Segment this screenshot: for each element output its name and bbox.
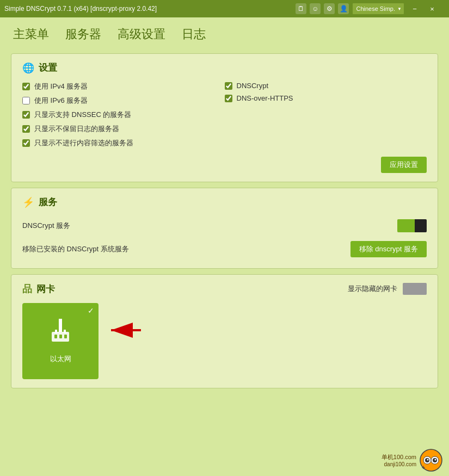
watermark-url: danji100.com — [384, 461, 416, 467]
language-dropdown[interactable]: Chinese Simp. — [352, 3, 404, 15]
dnscrypt-checkbox-row[interactable]: DNSCrypt — [225, 82, 427, 90]
dnssec-label: 只显示支持 DNSSEC 的服务器 — [34, 110, 131, 120]
nofilter-checkbox[interactable] — [22, 139, 30, 147]
dnssec-checkbox-row[interactable]: 只显示支持 DNSSEC 的服务器 — [22, 110, 225, 120]
svg-rect-1 — [59, 330, 62, 332]
titlebar-icons: 🗒 ☺ ⚙ 👤 Chinese Simp. − × — [296, 2, 439, 16]
close-button[interactable]: × — [425, 2, 439, 16]
user-icon[interactable]: 👤 — [338, 3, 349, 14]
settings-section-icon: 🌐 — [22, 62, 34, 74]
netcard-title: 网卡 — [36, 283, 55, 295]
nofilter-label: 只显示不进行内容筛选的服务器 — [34, 138, 133, 148]
doh-label: DNS-over-HTTPS — [237, 94, 293, 102]
svg-rect-7 — [64, 335, 67, 338]
service-header: ⚡ 服务 — [22, 196, 427, 208]
svg-point-15 — [427, 459, 429, 461]
ethernet-icon — [50, 319, 71, 350]
watermark-site: 单机100.com — [382, 453, 416, 461]
show-hidden-label: 显示隐藏的网卡 — [348, 284, 397, 294]
nolog-label: 只显示不保留日志的服务器 — [34, 124, 119, 134]
svg-rect-4 — [64, 330, 66, 333]
nav-item-logs[interactable]: 日志 — [182, 26, 206, 42]
svg-rect-6 — [59, 335, 62, 338]
nav-item-advanced[interactable]: 高级设置 — [118, 26, 165, 42]
dnssec-checkbox[interactable] — [22, 111, 30, 119]
nav-item-servers[interactable]: 服务器 — [65, 26, 101, 42]
service-section-icon: ⚡ — [22, 196, 34, 208]
main-content: 主菜单 服务器 高级设置 日志 🌐 设置 使用 IPv4 服务器 使用 IPv6… — [0, 17, 449, 476]
ipv4-checkbox[interactable] — [22, 83, 30, 90]
arrow-indicator — [103, 319, 141, 343]
watermark: 单机100.com danji100.com + — [382, 449, 442, 472]
toggle-on — [397, 219, 415, 232]
watermark-logo: + — [420, 449, 442, 472]
settings-header: 🌐 设置 — [22, 61, 427, 74]
nolog-checkbox-row[interactable]: 只显示不保留日志的服务器 — [22, 124, 225, 134]
netcard-card-wrapper: ✓ 以太网 — [22, 303, 99, 379]
svg-text:+: + — [422, 465, 425, 471]
settings-grid: 使用 IPv4 服务器 使用 IPv6 服务器 只显示支持 DNSSEC 的服务… — [22, 82, 427, 148]
apply-settings-button[interactable]: 应用设置 — [381, 157, 427, 173]
svg-point-16 — [435, 459, 436, 461]
settings-right: DNSCrypt DNS-over-HTTPS — [225, 82, 427, 148]
minimize-button[interactable]: − — [408, 2, 422, 16]
netcard-header-left: 品 网卡 — [22, 282, 55, 295]
service-section: ⚡ 服务 DNSCrypt 服务 移除已安装的 DNSCrypt 系统服务 移除… — [11, 188, 438, 269]
ipv6-label: 使用 IPv6 服务器 — [34, 96, 88, 106]
netcard-header-row: 品 网卡 显示隐藏的网卡 — [22, 282, 427, 295]
ipv4-checkbox-row[interactable]: 使用 IPv4 服务器 — [22, 82, 225, 91]
svg-rect-5 — [54, 335, 57, 338]
show-hidden-toggle[interactable] — [403, 283, 427, 295]
remove-service-label: 移除已安装的 DNSCrypt 系统服务 — [22, 244, 129, 254]
nolog-checkbox[interactable] — [22, 125, 30, 133]
ipv6-checkbox-row[interactable]: 使用 IPv6 服务器 — [22, 96, 225, 106]
check-mark-icon: ✓ — [88, 306, 94, 315]
doh-checkbox[interactable] — [225, 95, 232, 102]
ethernet-card[interactable]: ✓ 以太网 — [22, 303, 99, 379]
dnscrypt-checkbox[interactable] — [225, 82, 232, 90]
dnscrypt-label: DNSCrypt — [237, 82, 269, 90]
ipv4-label: 使用 IPv4 服务器 — [34, 82, 88, 91]
settings-icon[interactable]: ⚙ — [324, 3, 335, 14]
settings-left: 使用 IPv4 服务器 使用 IPv6 服务器 只显示支持 DNSSEC 的服务… — [22, 82, 225, 148]
service-toggle[interactable] — [397, 219, 427, 232]
svg-rect-3 — [55, 330, 57, 333]
toggle-off — [415, 219, 427, 232]
netcard-right: 显示隐藏的网卡 — [348, 283, 427, 295]
remove-service-row: 移除已安装的 DNSCrypt 系统服务 移除 dnscrypt 服务 — [22, 236, 427, 259]
settings-title: 设置 — [39, 61, 57, 74]
ipv6-checkbox[interactable] — [22, 97, 30, 104]
titlebar-title: Simple DNSCrypt 0.7.1 (x64) [dnscrypt-pr… — [4, 5, 296, 13]
apply-btn-row: 应用设置 — [22, 157, 427, 173]
file-icon[interactable]: 🗒 — [296, 3, 306, 14]
nav-bar: 主菜单 服务器 高级设置 日志 — [0, 17, 449, 48]
nofilter-checkbox-row[interactable]: 只显示不进行内容筛选的服务器 — [22, 138, 225, 148]
dnscrypt-service-row: DNSCrypt 服务 — [22, 216, 427, 236]
service-title: 服务 — [39, 196, 57, 208]
ethernet-card-label: 以太网 — [50, 354, 71, 364]
netcard-section-icon: 品 — [22, 282, 32, 295]
doh-checkbox-row[interactable]: DNS-over-HTTPS — [225, 94, 427, 102]
netcard-section: 品 网卡 显示隐藏的网卡 ✓ — [11, 274, 438, 388]
smiley-icon[interactable]: ☺ — [310, 3, 321, 14]
remove-service-button[interactable]: 移除 dnscrypt 服务 — [350, 241, 427, 257]
dnscrypt-service-label: DNSCrypt 服务 — [22, 221, 70, 231]
titlebar: Simple DNSCrypt 0.7.1 (x64) [dnscrypt-pr… — [0, 0, 449, 17]
settings-section: 🌐 设置 使用 IPv4 服务器 使用 IPv6 服务器 只显示支持 DNSSE… — [11, 53, 438, 182]
nav-item-main[interactable]: 主菜单 — [13, 26, 49, 42]
svg-rect-0 — [59, 319, 62, 330]
